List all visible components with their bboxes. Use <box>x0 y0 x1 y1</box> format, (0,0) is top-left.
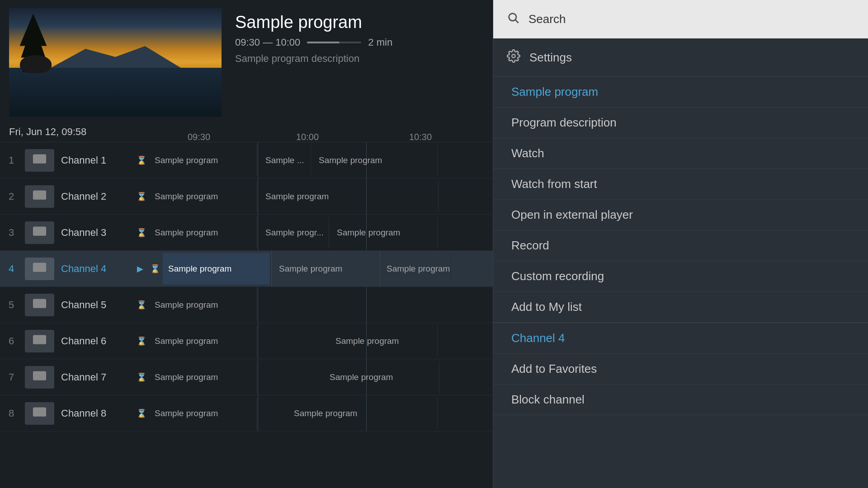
sidebar-item-add-my-list[interactable]: Add to My list <box>493 292 868 323</box>
sidebar-item-custom-recording[interactable]: Custom recording <box>493 261 868 292</box>
program-cell[interactable]: Sample program <box>331 217 438 249</box>
program-title: Sample program <box>235 13 392 32</box>
replay-icon-4: ⌛ <box>147 264 163 274</box>
replay-icon-7: ⌛ <box>133 372 149 382</box>
program-cell[interactable]: Sample program <box>288 398 438 429</box>
program-header: Sample program 09:30 — 10:00 2 min Sampl… <box>0 0 493 122</box>
epg-section: Fri, Jun 12, 09:58 09:30 10:00 10:30 1 C… <box>0 122 493 488</box>
sidebar-item-sample-program[interactable]: Sample program <box>493 77 868 108</box>
search-icon <box>507 11 519 27</box>
channel-icon-4 <box>25 258 54 280</box>
sidebar-item-record[interactable]: Record <box>493 230 868 261</box>
programs-6: Sample program Sample program <box>149 323 493 359</box>
programs-1: Sample program Sample ... Sample program <box>149 142 493 178</box>
sidebar-item-add-favorites[interactable]: Add to Favorites <box>493 354 868 385</box>
program-cell[interactable]: Sample program <box>149 325 257 357</box>
program-time: 09:30 — 10:00 2 min <box>235 37 392 48</box>
svg-point-8 <box>509 14 516 21</box>
channel-num-2: 2 <box>0 191 23 202</box>
epg-row-5[interactable]: 5 Channel 5 ⌛ Sample program <box>0 287 493 323</box>
channel-num-7: 7 <box>0 371 23 383</box>
program-cell[interactable]: Sample program <box>260 181 439 212</box>
time-mark-930: 09:30 <box>188 132 210 142</box>
program-cell[interactable]: Sample program <box>274 253 379 285</box>
svg-rect-5 <box>33 335 46 344</box>
replay-icon-1: ⌛ <box>133 155 149 165</box>
programs-8: Sample program Sample program <box>149 395 493 431</box>
channel-num-1: 1 <box>0 155 23 166</box>
program-cell[interactable]: Sample program <box>381 253 451 285</box>
replay-icon-3: ⌛ <box>133 228 149 238</box>
timeline-header: Fri, Jun 12, 09:58 09:30 10:00 10:30 <box>0 122 493 142</box>
channel-icon-2 <box>25 185 54 208</box>
program-cell[interactable]: Sample program <box>149 181 257 212</box>
epg-row-7[interactable]: 7 Channel 7 ⌛ Sample program Sample prog… <box>0 359 493 395</box>
progress-bar <box>307 42 361 43</box>
program-cell[interactable]: Sample progr... <box>260 217 329 249</box>
epg-row-3[interactable]: 3 Channel 3 ⌛ Sample program Sample prog… <box>0 215 493 251</box>
sidebar-item-watch[interactable]: Watch <box>493 138 868 169</box>
channel-num-6: 6 <box>0 335 23 347</box>
replay-icon-8: ⌛ <box>133 408 149 418</box>
program-cell[interactable]: Sample program <box>149 217 257 249</box>
svg-point-10 <box>512 54 515 58</box>
sidebar-menu: Sample program Program description Watch… <box>493 77 868 488</box>
sidebar-item-block-channel[interactable]: Block channel <box>493 385 868 415</box>
sidebar-item-watch-from-start[interactable]: Watch from start <box>493 169 868 200</box>
epg-row-1[interactable]: 1 Channel 1 ⌛ Sample program Sample ... … <box>0 142 493 178</box>
channel-name-3: Channel 3 <box>57 227 133 239</box>
epg-row-2[interactable]: 2 Channel 2 ⌛ Sample program Sample prog… <box>0 178 493 215</box>
channel-name-4: Channel 4 <box>57 263 133 275</box>
sidebar-settings[interactable]: Settings <box>493 38 868 77</box>
program-cell-active[interactable]: Sample program <box>163 253 270 285</box>
channel-name-2: Channel 2 <box>57 191 133 202</box>
channel-name-1: Channel 1 <box>57 155 133 166</box>
channel-name-5: Channel 5 <box>57 299 133 311</box>
program-cell[interactable]: Sample program <box>330 325 438 357</box>
program-cell[interactable]: Sample ... <box>260 145 311 176</box>
program-cell[interactable]: Sample program <box>149 361 257 393</box>
sidebar-item-program-description[interactable]: Program description <box>493 108 868 138</box>
programs-3: Sample program Sample progr... Sample pr… <box>149 215 493 250</box>
svg-rect-0 <box>33 154 46 163</box>
svg-line-9 <box>515 20 518 23</box>
epg-row-6[interactable]: 6 Channel 6 ⌛ Sample program Sample prog… <box>0 323 493 359</box>
channel-num-4: 4 <box>0 263 23 275</box>
sidebar-item-channel-4[interactable]: Channel 4 <box>493 323 868 354</box>
svg-rect-2 <box>33 226 46 235</box>
channel-icon-7 <box>25 366 54 389</box>
epg-row-8[interactable]: 8 Channel 8 ⌛ Sample program Sample prog… <box>0 395 493 432</box>
program-cell[interactable]: Sample program <box>149 145 257 176</box>
progress-fill <box>307 42 340 43</box>
time-mark-1000: 10:00 <box>296 132 319 142</box>
current-time: Fri, Jun 12, 09:58 <box>0 126 188 138</box>
channel-icon-8 <box>25 402 54 425</box>
svg-rect-6 <box>33 371 46 380</box>
channel-num-5: 5 <box>0 299 23 311</box>
program-cell[interactable]: Sample program <box>149 398 257 429</box>
program-cell[interactable]: Sample program <box>324 361 439 393</box>
program-description-text: Sample program description <box>235 53 392 65</box>
programs-7: Sample program Sample program <box>149 359 493 395</box>
channel-icon-1 <box>25 149 54 172</box>
replay-icon-5: ⌛ <box>133 300 149 310</box>
search-label: Search <box>528 12 566 26</box>
channel-icon-6 <box>25 330 54 352</box>
epg-row-4[interactable]: 4 Channel 4 ▶ ⌛ Sample program Sample pr… <box>0 251 493 287</box>
sidebar-item-open-external[interactable]: Open in external player <box>493 200 868 230</box>
sidebar-search[interactable]: Search <box>493 0 868 38</box>
svg-rect-7 <box>33 407 46 416</box>
time-range: 09:30 — 10:00 <box>235 37 300 48</box>
program-cell[interactable]: Sample program <box>149 289 257 321</box>
channel-icon-3 <box>25 221 54 244</box>
program-info: Sample program 09:30 — 10:00 2 min Sampl… <box>222 8 406 114</box>
channel-num-3: 3 <box>0 227 23 239</box>
settings-icon <box>507 49 520 66</box>
sidebar: Search Settings Sample program Program d… <box>493 0 868 488</box>
replay-icon-6: ⌛ <box>133 336 149 346</box>
programs-2: Sample program Sample program <box>149 178 493 214</box>
time-mark-1030: 10:30 <box>409 132 432 142</box>
program-cell[interactable]: Sample program <box>313 145 438 176</box>
program-thumbnail <box>9 8 222 117</box>
replay-icon-2: ⌛ <box>133 192 149 202</box>
